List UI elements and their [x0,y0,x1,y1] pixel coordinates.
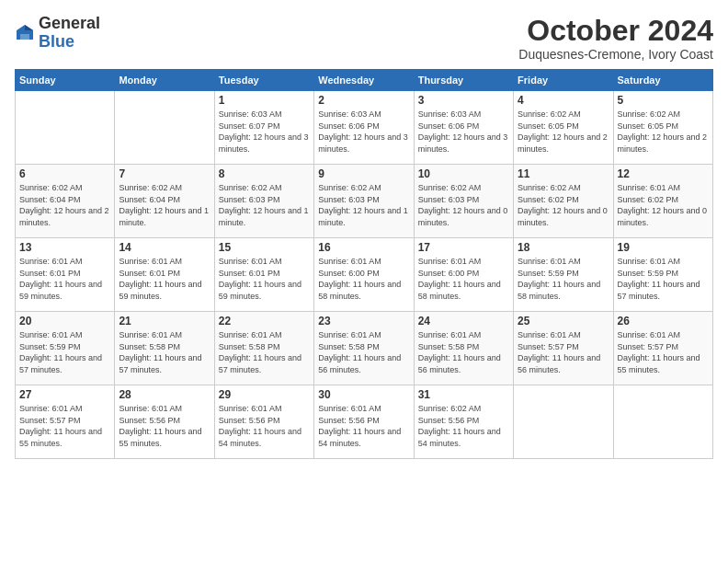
day-info: Sunrise: 6:01 AM Sunset: 5:56 PM Dayligh… [318,403,409,449]
calendar-cell: 2Sunrise: 6:03 AM Sunset: 6:06 PM Daylig… [314,91,414,165]
calendar-cell: 29Sunrise: 6:01 AM Sunset: 5:56 PM Dayli… [214,385,313,459]
weekday-header: Saturday [613,70,712,91]
day-number: 25 [518,315,609,327]
calendar-cell: 25Sunrise: 6:01 AM Sunset: 5:57 PM Dayli… [514,312,613,385]
calendar-cell: 10Sunrise: 6:02 AM Sunset: 6:03 PM Dayli… [414,165,513,238]
day-number: 13 [19,241,110,254]
page-header: General Blue October 2024 Duquesnes-Crem… [15,15,713,62]
day-info: Sunrise: 6:03 AM Sunset: 6:07 PM Dayligh… [219,109,310,155]
logo: General Blue [15,15,100,52]
calendar-cell: 12Sunrise: 6:01 AM Sunset: 6:02 PM Dayli… [613,165,712,238]
weekday-header: Sunday [16,70,115,91]
day-info: Sunrise: 6:02 AM Sunset: 6:05 PM Dayligh… [618,109,709,155]
day-number: 18 [518,241,609,254]
day-number: 29 [219,388,310,401]
calendar-cell: 1Sunrise: 6:03 AM Sunset: 6:07 PM Daylig… [214,91,313,165]
weekday-header: Thursday [414,70,513,91]
day-number: 21 [119,315,210,327]
calendar-cell: 22Sunrise: 6:01 AM Sunset: 5:58 PM Dayli… [214,312,313,385]
day-number: 5 [618,94,709,107]
day-number: 15 [219,241,310,254]
location-subtitle: Duquesnes-Cremone, Ivory Coast [518,47,713,62]
day-number: 16 [318,241,409,254]
day-info: Sunrise: 6:01 AM Sunset: 6:01 PM Dayligh… [119,256,210,302]
weekday-header: Friday [514,70,613,91]
day-info: Sunrise: 6:01 AM Sunset: 6:00 PM Dayligh… [418,256,509,302]
day-info: Sunrise: 6:02 AM Sunset: 6:04 PM Dayligh… [19,182,110,228]
calendar-cell: 17Sunrise: 6:01 AM Sunset: 6:00 PM Dayli… [414,238,513,312]
calendar-week-row: 13Sunrise: 6:01 AM Sunset: 6:01 PM Dayli… [16,238,713,312]
day-info: Sunrise: 6:01 AM Sunset: 5:57 PM Dayligh… [618,329,709,375]
logo-icon [15,23,35,43]
day-number: 4 [518,94,609,107]
day-number: 31 [418,388,509,401]
calendar-cell: 30Sunrise: 6:01 AM Sunset: 5:56 PM Dayli… [314,385,414,459]
day-info: Sunrise: 6:03 AM Sunset: 6:06 PM Dayligh… [318,109,409,155]
day-number: 11 [518,167,609,180]
calendar-cell: 11Sunrise: 6:02 AM Sunset: 6:02 PM Dayli… [514,165,613,238]
day-number: 28 [119,388,210,401]
calendar-cell: 26Sunrise: 6:01 AM Sunset: 5:57 PM Dayli… [613,312,712,385]
day-number: 24 [418,315,509,327]
day-info: Sunrise: 6:01 AM Sunset: 6:02 PM Dayligh… [618,182,709,228]
day-number: 26 [618,315,709,327]
weekday-header: Tuesday [214,70,313,91]
day-info: Sunrise: 6:01 AM Sunset: 5:59 PM Dayligh… [19,329,110,375]
day-info: Sunrise: 6:01 AM Sunset: 5:56 PM Dayligh… [119,403,210,449]
day-info: Sunrise: 6:02 AM Sunset: 5:56 PM Dayligh… [418,403,509,449]
day-number: 27 [19,388,110,401]
day-info: Sunrise: 6:01 AM Sunset: 5:59 PM Dayligh… [518,256,609,302]
calendar-cell: 6Sunrise: 6:02 AM Sunset: 6:04 PM Daylig… [16,165,115,238]
calendar-cell: 7Sunrise: 6:02 AM Sunset: 6:04 PM Daylig… [115,165,214,238]
weekday-header: Monday [115,70,214,91]
calendar-cell: 15Sunrise: 6:01 AM Sunset: 6:01 PM Dayli… [214,238,313,312]
day-info: Sunrise: 6:02 AM Sunset: 6:04 PM Dayligh… [119,182,210,228]
calendar-cell: 16Sunrise: 6:01 AM Sunset: 6:00 PM Dayli… [314,238,414,312]
day-number: 8 [219,167,310,180]
day-info: Sunrise: 6:01 AM Sunset: 6:01 PM Dayligh… [19,256,110,302]
svg-marker-1 [25,25,33,30]
calendar-cell [613,385,712,459]
day-number: 9 [318,167,409,180]
calendar-cell: 4Sunrise: 6:02 AM Sunset: 6:05 PM Daylig… [514,91,613,165]
day-info: Sunrise: 6:01 AM Sunset: 5:58 PM Dayligh… [219,329,310,375]
day-info: Sunrise: 6:01 AM Sunset: 5:58 PM Dayligh… [318,329,409,375]
day-number: 3 [418,94,509,107]
calendar-cell: 3Sunrise: 6:03 AM Sunset: 6:06 PM Daylig… [414,91,513,165]
calendar-cell [16,91,115,165]
day-info: Sunrise: 6:01 AM Sunset: 5:57 PM Dayligh… [19,403,110,449]
calendar-week-row: 6Sunrise: 6:02 AM Sunset: 6:04 PM Daylig… [16,165,713,238]
calendar-cell: 19Sunrise: 6:01 AM Sunset: 5:59 PM Dayli… [613,238,712,312]
day-number: 6 [19,167,110,180]
calendar-cell: 31Sunrise: 6:02 AM Sunset: 5:56 PM Dayli… [414,385,513,459]
calendar-table: SundayMondayTuesdayWednesdayThursdayFrid… [15,69,713,459]
day-info: Sunrise: 6:01 AM Sunset: 5:56 PM Dayligh… [219,403,310,449]
day-number: 10 [418,167,509,180]
logo-general: General [39,14,100,32]
svg-rect-2 [20,34,29,40]
calendar-cell: 21Sunrise: 6:01 AM Sunset: 5:58 PM Dayli… [115,312,214,385]
calendar-cell: 28Sunrise: 6:01 AM Sunset: 5:56 PM Dayli… [115,385,214,459]
day-number: 30 [318,388,409,401]
calendar-cell: 24Sunrise: 6:01 AM Sunset: 5:58 PM Dayli… [414,312,513,385]
calendar-cell: 14Sunrise: 6:01 AM Sunset: 6:01 PM Dayli… [115,238,214,312]
day-info: Sunrise: 6:02 AM Sunset: 6:05 PM Dayligh… [518,109,609,155]
calendar-week-row: 20Sunrise: 6:01 AM Sunset: 5:59 PM Dayli… [16,312,713,385]
calendar-cell [514,385,613,459]
day-info: Sunrise: 6:01 AM Sunset: 5:57 PM Dayligh… [518,329,609,375]
day-number: 12 [618,167,709,180]
day-number: 20 [19,315,110,327]
day-info: Sunrise: 6:01 AM Sunset: 5:58 PM Dayligh… [418,329,509,375]
day-info: Sunrise: 6:01 AM Sunset: 5:59 PM Dayligh… [618,256,709,302]
weekday-header: Wednesday [314,70,414,91]
day-info: Sunrise: 6:02 AM Sunset: 6:03 PM Dayligh… [318,182,409,228]
calendar-cell [115,91,214,165]
day-number: 2 [318,94,409,107]
day-number: 22 [219,315,310,327]
day-number: 19 [618,241,709,254]
calendar-cell: 13Sunrise: 6:01 AM Sunset: 6:01 PM Dayli… [16,238,115,312]
calendar-week-row: 1Sunrise: 6:03 AM Sunset: 6:07 PM Daylig… [16,91,713,165]
day-info: Sunrise: 6:02 AM Sunset: 6:03 PM Dayligh… [418,182,509,228]
logo-blue: Blue [39,32,74,51]
calendar-cell: 8Sunrise: 6:02 AM Sunset: 6:03 PM Daylig… [214,165,313,238]
